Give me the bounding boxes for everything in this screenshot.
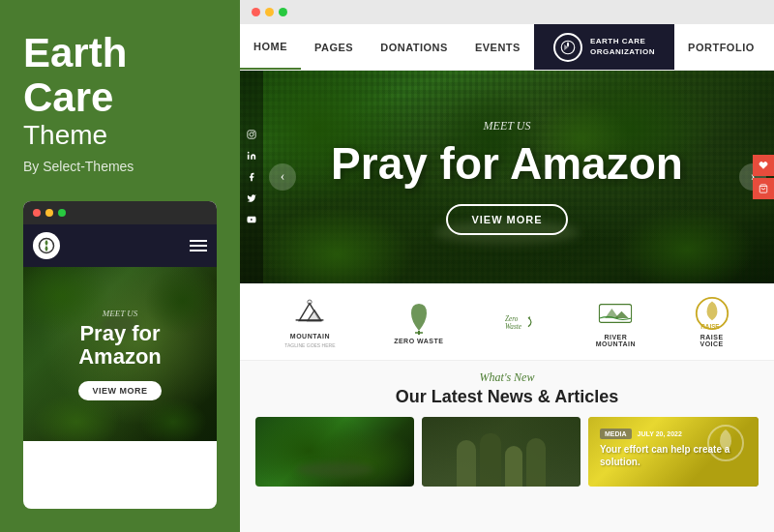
theme-by-line: By Select-Themes xyxy=(23,159,217,174)
browser-dot-red xyxy=(252,8,260,16)
hero-content: MEET US Pray for Amazon VIEW MORE xyxy=(240,71,774,283)
raise-voice-logo-icon: RAISE VOICE xyxy=(695,296,729,331)
mobile-hamburger-icon[interactable] xyxy=(190,240,207,251)
card3-background-logo xyxy=(706,424,745,466)
browser-chrome-bar xyxy=(240,0,774,24)
chrome-dot-red xyxy=(33,209,41,217)
mobile-hero-section: MEET US Pray for Amazon VIEW MORE xyxy=(23,267,217,441)
hero-cart-icon[interactable] xyxy=(753,178,774,199)
nav-item-events[interactable]: EVENTS xyxy=(461,24,534,70)
desktop-logo-icon xyxy=(553,33,582,62)
river-mountain-logo-icon xyxy=(598,296,633,331)
theme-subtitle: Theme xyxy=(23,120,217,151)
browser-dot-green xyxy=(279,8,287,16)
left-sidebar: Earth Care Theme By Select-Themes xyxy=(0,0,240,532)
svg-text:VOICE: VOICE xyxy=(699,330,718,331)
mountain-logo-icon xyxy=(292,295,327,330)
chrome-dot-yellow xyxy=(45,209,53,217)
nav-logo-text: EARTH CAREORGANIZATION xyxy=(590,37,655,57)
news-card-1[interactable] xyxy=(255,417,414,487)
logos-bar: MOUNTAIN TAGLINE GOES HERE ZERO WASTE Ze… xyxy=(240,283,774,361)
svg-text:Zero: Zero xyxy=(505,314,519,322)
raise-voice-logo-text: RAISEVOICE xyxy=(700,334,724,347)
browser-dot-yellow xyxy=(265,8,274,16)
logo-raise-voice: RAISE VOICE RAISEVOICE xyxy=(695,296,729,347)
news-card3-date: JULY 20, 2022 xyxy=(638,430,682,437)
news-what-new-label: What's New xyxy=(255,370,759,385)
mobile-hero-title: Pray for Amazon xyxy=(78,322,162,369)
mobile-logo-icon xyxy=(33,232,60,259)
theme-title-earth: Earth xyxy=(23,31,217,75)
desktop-hero-section: MEET US Pray for Amazon VIEW MORE ‹ › xyxy=(240,71,774,283)
zero-waste-logo-text: ZERO WASTE xyxy=(394,338,443,344)
logo-zero-waste-2: Zero Waste xyxy=(502,305,537,340)
mountain-logo-text: MOUNTAIN xyxy=(290,333,330,340)
nav-right-items: PORTFOLIO SHOP BLOG DONATE xyxy=(674,36,774,58)
mobile-meet-us-text: MEET US xyxy=(103,309,138,318)
hero-main-title: Pray for Amazon xyxy=(331,139,683,189)
svg-marker-10 xyxy=(308,310,321,321)
mobile-nav-bar xyxy=(23,224,217,267)
news-card-3[interactable]: MEDIA JULY 20, 2022 Your effort can help… xyxy=(588,417,759,487)
nav-logo-center: EARTH CAREORGANIZATION xyxy=(534,24,674,70)
theme-title-care: Care xyxy=(23,75,217,120)
logo-river-mountain: RIVERMOUNTAIN xyxy=(596,296,636,347)
logo-zero-waste-1: ZERO WASTE xyxy=(394,300,443,344)
svg-text:Waste: Waste xyxy=(505,323,522,331)
svg-text:RAISE: RAISE xyxy=(700,323,719,330)
hero-view-more-button[interactable]: VIEW MORE xyxy=(446,204,567,235)
news-card-2[interactable] xyxy=(422,417,580,487)
news-section-title: Our Latest News & Articles xyxy=(255,387,759,407)
hero-wishlist-icon[interactable] xyxy=(753,155,774,176)
svg-marker-19 xyxy=(615,311,629,318)
theme-title-block: Earth Care Theme By Select-Themes xyxy=(23,31,217,201)
svg-rect-11 xyxy=(296,319,324,320)
mobile-view-more-button[interactable]: VIEW MORE xyxy=(78,381,161,400)
nav-item-portfolio[interactable]: PORTFOLIO xyxy=(674,42,768,53)
logo-mountain: MOUNTAIN TAGLINE GOES HERE xyxy=(284,295,335,348)
zero-waste-2-logo-icon: Zero Waste xyxy=(502,305,537,340)
right-desktop-preview: HOME PAGES DONATIONS EVENTS EARTH CAREOR… xyxy=(240,0,774,532)
zero-waste-logo-icon xyxy=(402,300,436,335)
news-section: What's New Our Latest News & Articles xyxy=(240,361,774,532)
nav-items-left: HOME PAGES DONATIONS EVENTS xyxy=(240,24,534,70)
hero-meet-us-text: MEET US xyxy=(484,119,531,133)
mobile-preview-card: MEET US Pray for Amazon VIEW MORE xyxy=(23,201,217,509)
mountain-logo-sub: TAGLINE GOES HERE xyxy=(284,342,335,348)
nav-item-pages[interactable]: PAGES xyxy=(301,24,367,70)
chrome-dot-green xyxy=(58,209,66,217)
river-mountain-logo-text: RIVERMOUNTAIN xyxy=(596,334,636,347)
nav-item-donations[interactable]: DONATIONS xyxy=(367,24,461,70)
nav-item-home[interactable]: HOME xyxy=(240,24,301,70)
hero-arrow-left[interactable]: ‹ xyxy=(269,163,296,191)
news-card3-badge: MEDIA xyxy=(600,429,632,439)
desktop-nav: HOME PAGES DONATIONS EVENTS EARTH CAREOR… xyxy=(240,24,774,71)
mobile-chrome-bar xyxy=(23,201,217,224)
hero-right-action-icons xyxy=(753,155,774,199)
news-cards-container: MEDIA JULY 20, 2022 Your effort can help… xyxy=(255,417,759,487)
